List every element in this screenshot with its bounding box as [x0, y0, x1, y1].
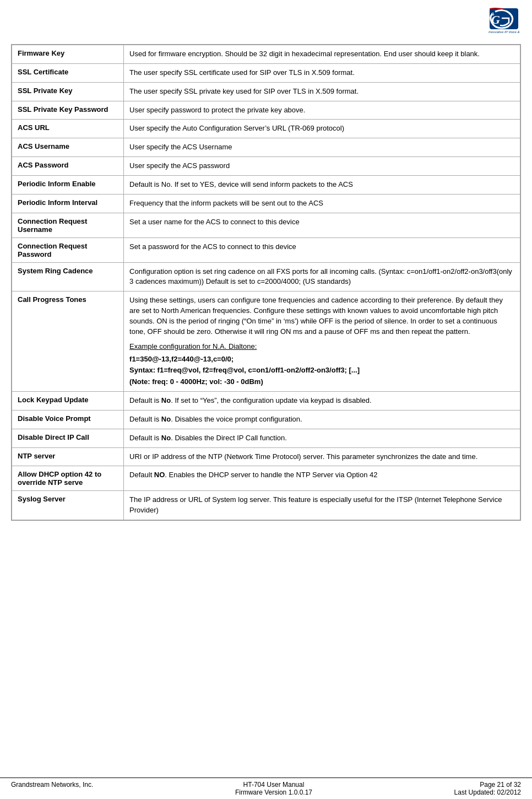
footer-company: Grandstream Networks, Inc.	[11, 781, 93, 796]
row-label: ACS Password	[12, 157, 124, 176]
table-row: Allow DHCP option 42 to override NTP ser…	[12, 466, 520, 491]
table-row: ACS URLUser specify the Auto Configurati…	[12, 120, 520, 138]
row-description: User specify the Auto Configuration Serv…	[124, 120, 520, 138]
table-row: Periodic Inform EnableDefault is No. If …	[12, 175, 520, 194]
row-description: User specify the ACS password	[124, 157, 520, 176]
footer-updated: Last Updated: 02/2012	[454, 789, 521, 796]
page-footer: Grandstream Networks, Inc. HT-704 User M…	[0, 778, 532, 799]
row-label: ACS Username	[12, 138, 124, 157]
table-row: Connection Request PasswordSet a passwor…	[12, 237, 520, 262]
table-row: NTP serverURI or IP address of the NTP (…	[12, 447, 520, 466]
logo: G Innovative IP Voice & Video G	[455, 6, 521, 36]
row-label: Connection Request Username	[12, 213, 124, 237]
svg-text:G: G	[491, 13, 500, 26]
row-description: The user specify SSL certificate used fo…	[124, 63, 520, 82]
row-description: Set a user name for the ACS to connect t…	[124, 213, 520, 237]
table-row: SSL Private KeyThe user specify SSL priv…	[12, 82, 520, 101]
row-description: Using these settings, users can configur…	[124, 291, 520, 392]
row-description: Default is No. If set to YES, device wil…	[124, 175, 520, 194]
footer-manual-title: HT-704 User Manual	[243, 781, 305, 789]
row-label: SSL Private Key Password	[12, 101, 124, 120]
footer-page: Page 21 of 32	[480, 781, 521, 789]
row-label: Allow DHCP option 42 to override NTP ser…	[12, 466, 124, 491]
row-description: URI or IP address of the NTP (Network Ti…	[124, 447, 520, 466]
footer-right: Page 21 of 32 Last Updated: 02/2012	[454, 781, 521, 796]
row-label: NTP server	[12, 447, 124, 466]
table-row: Syslog ServerThe IP address or URL of Sy…	[12, 491, 520, 520]
row-description: Configuration option is set ring cadence…	[124, 262, 520, 291]
page-header: G Innovative IP Voice & Video G	[0, 0, 532, 39]
table-row: Firmware KeyUsed for firmware encryption…	[12, 45, 520, 64]
svg-text:Innovative IP Voice & Video: Innovative IP Voice & Video	[488, 30, 520, 34]
table-row: Disable Voice PromptDefault is No. Disab…	[12, 410, 520, 429]
row-label: Periodic Inform Enable	[12, 175, 124, 194]
row-label: Periodic Inform Interval	[12, 194, 124, 213]
row-label: SSL Private Key	[12, 82, 124, 101]
table-row: ACS UsernameUser specify the ACS Usernam…	[12, 138, 520, 157]
table-row: ACS PasswordUser specify the ACS passwor…	[12, 157, 520, 176]
table-row: SSL CertificateThe user specify SSL cert…	[12, 63, 520, 82]
row-label: Syslog Server	[12, 491, 124, 520]
row-label: Call Progress Tones	[12, 291, 124, 392]
table-row: Call Progress TonesUsing these settings,…	[12, 291, 520, 392]
row-description: User specify the ACS Username	[124, 138, 520, 157]
table-row: Connection Request UsernameSet a user na…	[12, 213, 520, 237]
table-row: Periodic Inform IntervalFrequency that t…	[12, 194, 520, 213]
row-description: The IP address or URL of System log serv…	[124, 491, 520, 520]
main-content-table: Firmware KeyUsed for firmware encryption…	[11, 44, 521, 521]
row-label: Disable Direct IP Call	[12, 429, 124, 447]
row-description: Set a password for the ACS to connect to…	[124, 237, 520, 262]
row-description: Default is No. Disables the voice prompt…	[124, 410, 520, 429]
row-description: The user specify SSL private key used fo…	[124, 82, 520, 101]
row-label: Lock Keypad Update	[12, 392, 124, 411]
row-description: Default is No. Disables the Direct IP Ca…	[124, 429, 520, 447]
table-row: System Ring CadenceConfiguration option …	[12, 262, 520, 291]
row-label: Disable Voice Prompt	[12, 410, 124, 429]
table-row: Disable Direct IP CallDefault is No. Dis…	[12, 429, 520, 447]
row-label: SSL Certificate	[12, 63, 124, 82]
table-row: Lock Keypad UpdateDefault is No. If set …	[12, 392, 520, 411]
row-description: Used for firmware encryption. Should be …	[124, 45, 520, 64]
row-description: User specify password to protect the pri…	[124, 101, 520, 120]
row-label: Firmware Key	[12, 45, 124, 64]
row-label: Connection Request Password	[12, 237, 124, 262]
footer-center: HT-704 User Manual Firmware Version 1.0.…	[235, 781, 312, 796]
table-row: SSL Private Key PasswordUser specify pas…	[12, 101, 520, 120]
footer-firmware: Firmware Version 1.0.0.17	[235, 789, 312, 796]
row-description: Frequency that the inform packets will b…	[124, 194, 520, 213]
row-label: System Ring Cadence	[12, 262, 124, 291]
row-description: Default NO. Enables the DHCP server to h…	[124, 466, 520, 491]
row-description: Default is No. If set to “Yes”, the conf…	[124, 392, 520, 411]
row-label: ACS URL	[12, 120, 124, 138]
